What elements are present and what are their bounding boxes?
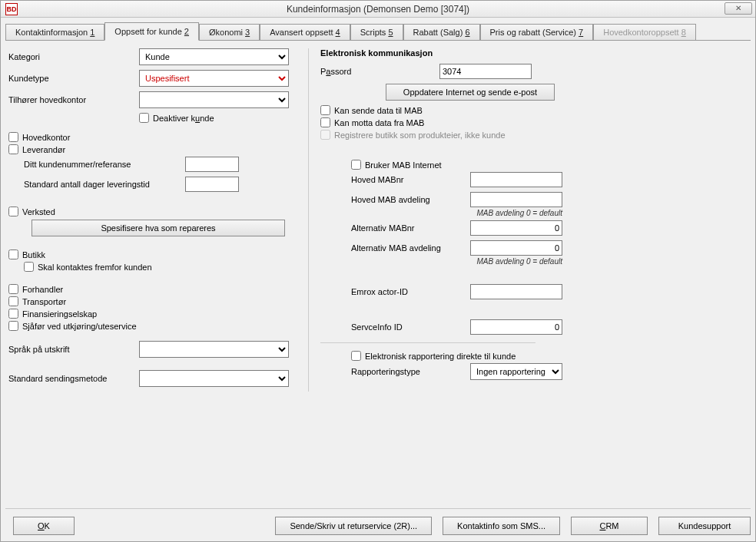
bruker-mab-internet-label: Bruker MAB Internet (365, 160, 442, 170)
kundetype-select[interactable]: Uspesifisert (139, 70, 289, 87)
sjafor-label: Sjåfør ved utkjøring/uteservice (22, 322, 137, 331)
kategori-label: Kategori (8, 52, 139, 61)
tab-rabatt-salg[interactable]: Rabatt (Salg) 6 (403, 24, 480, 40)
kan-sende-mab-label: Kan sende data til MAB (334, 106, 423, 115)
hoved-mab-avdeling-label: Hoved MAB avdeling (320, 195, 470, 204)
sendingsmetode-select[interactable] (139, 370, 289, 387)
hoved-mab-avdeling-input[interactable] (470, 192, 562, 207)
alt-mab-avdeling-label: Alternativ MAB avdeling (320, 243, 470, 253)
passord-input[interactable] (439, 64, 532, 79)
butikk-checkbox[interactable] (8, 250, 18, 259)
bruker-mab-internet-checkbox[interactable] (351, 160, 361, 170)
hovedkontor-checkbox[interactable] (8, 132, 18, 142)
rapporteringstype-select[interactable]: Ingen rapportering (470, 363, 562, 380)
kan-sende-mab-checkbox[interactable] (320, 105, 330, 115)
leverandor-checkbox[interactable] (8, 144, 18, 154)
tab-scripts[interactable]: Scripts 5 (350, 24, 403, 40)
left-column: Kategori Kunde Kundetype Uspesifisert Ti… (8, 48, 308, 392)
mab-avdeling-hint-2: MAB avdeling 0 = default (470, 257, 562, 266)
tilhorer-hovedkontor-select[interactable] (139, 91, 289, 108)
finansieringselskap-checkbox[interactable] (8, 309, 18, 319)
sprak-label: Språk på utskrift (8, 345, 139, 354)
verksted-label: Verksted (22, 207, 55, 216)
registrere-butikk-label: Registrere butikk som produkteier, ikke … (334, 131, 506, 140)
emrox-actor-id-input[interactable] (470, 284, 562, 299)
spesifisere-repareres-button[interactable]: Spesifisere hva som repareres (32, 220, 285, 236)
kategori-select[interactable]: Kunde (139, 48, 289, 65)
content-area: Kategori Kunde Kundetype Uspesifisert Ti… (1, 41, 755, 392)
lev-dager-label: Standard antall dager leveringstid (24, 180, 185, 189)
oppdatere-internet-button[interactable]: Oppdatere Internet og sende e-post (386, 84, 555, 101)
app-icon: BD (5, 3, 18, 15)
kundesupport-button[interactable]: Kundesupport (658, 517, 751, 535)
lev-kundenr-label: Ditt kundenummer/referanse (24, 160, 185, 169)
registrere-butikk-checkbox (320, 130, 330, 140)
hovedkontor-label: Hovedkontor (22, 133, 70, 142)
hoved-mabnr-input[interactable] (470, 172, 562, 187)
bottom-bar: OK Sende/Skriv ut returservice (2R)... K… (5, 508, 751, 535)
kan-motta-mab-checkbox[interactable] (320, 117, 330, 127)
sprak-select[interactable] (139, 341, 289, 358)
sendingsmetode-label: Standard sendingsmetode (8, 374, 139, 383)
lev-dager-input[interactable] (185, 177, 239, 192)
sjafor-checkbox[interactable] (8, 321, 18, 331)
tab-avansert-oppsett[interactable]: Avansert oppsett 4 (260, 24, 350, 40)
alt-mabnr-label: Alternativ MABnr (320, 223, 470, 233)
right-column: Elektronisk kommunikasjon Passord Oppdat… (308, 48, 748, 392)
crm-button[interactable]: CRM (571, 517, 648, 535)
passord-label: Passord (320, 67, 439, 76)
emrox-actor-id-label: Emrox actor-ID (320, 287, 470, 296)
forhandler-checkbox[interactable] (8, 284, 18, 294)
tilhorer-hovedkontor-label: Tilhører hovedkontor (8, 95, 139, 104)
kontaktinfo-sms-button[interactable]: Kontaktinfo som SMS... (443, 517, 560, 535)
tab-hovedkontoroppsett: Hovedkontoroppsett 8 (593, 24, 696, 40)
ok-button[interactable]: OK (13, 517, 75, 535)
finansieringselskap-label: Finansieringselskap (22, 309, 97, 319)
titlebar: BD Kundeinformasjon (Demonsen Demo [3074… (1, 1, 755, 18)
tab-oppsett-for-kunde[interactable]: Oppsett for kunde 2 (104, 22, 199, 41)
butikk-label: Butikk (22, 250, 45, 259)
close-icon[interactable]: ✕ (724, 2, 752, 15)
kundetype-label: Kundetype (8, 74, 139, 83)
alt-mab-avdeling-input[interactable] (470, 240, 562, 256)
sende-returservice-button[interactable]: Sende/Skriv ut returservice (2R)... (275, 517, 432, 535)
deaktiver-kunde-checkbox[interactable] (139, 113, 149, 123)
elektronisk-kommunikasjon-header: Elektronisk kommunikasjon (320, 48, 748, 58)
window-title: Kundeinformasjon (Demonsen Demo [3074]) (1, 4, 755, 15)
transportor-checkbox[interactable] (8, 296, 18, 306)
forhandler-label: Forhandler (22, 285, 63, 294)
mab-avdeling-hint-1: MAB avdeling 0 = default (470, 209, 562, 217)
tab-bar: Kontaktinformasjon 1 Oppsett for kunde 2… (5, 22, 751, 41)
butikk-kontaktes-checkbox[interactable] (24, 262, 34, 272)
butikk-kontaktes-label: Skal kontaktes fremfor kunden (38, 263, 152, 272)
serviceinfo-id-input[interactable] (470, 319, 562, 335)
window: BD Kundeinformasjon (Demonsen Demo [3074… (0, 0, 756, 542)
alt-mabnr-input[interactable] (470, 220, 562, 236)
serviceinfo-id-label: ServceInfo ID (320, 322, 470, 332)
kan-motta-mab-label: Kan motta data fra MAB (334, 118, 424, 127)
elektronisk-rapportering-label: Elektronisk rapportering direkte til kun… (365, 352, 516, 361)
lev-kundenr-input[interactable] (185, 157, 239, 172)
deaktiver-kunde-label: Deaktiver kunde (153, 114, 214, 123)
elektronisk-rapportering-checkbox[interactable] (351, 351, 361, 361)
leverandor-label: Leverandør (22, 145, 65, 154)
verksted-checkbox[interactable] (8, 207, 18, 216)
tab-okonomi[interactable]: Økonomi 3 (199, 24, 260, 40)
rapporteringstype-label: Rapporteringstype (320, 367, 470, 376)
tab-pris-og-rabatt-service[interactable]: Pris og rabatt (Service) 7 (480, 24, 594, 40)
transportor-label: Transportør (22, 297, 66, 306)
hoved-mabnr-label: Hoved MABnr (320, 175, 470, 184)
tab-kontaktinformasjon[interactable]: Kontaktinformasjon 1 (5, 24, 104, 40)
